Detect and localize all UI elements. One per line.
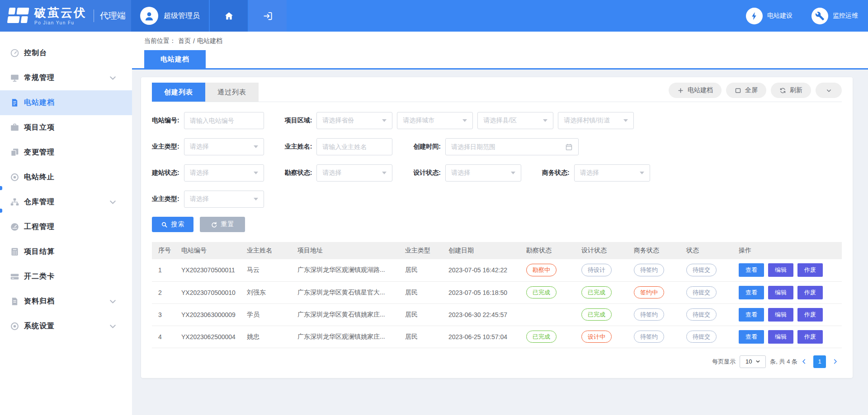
province-select[interactable]: 请选择省份 (316, 112, 392, 129)
station-archive-button[interactable]: 电站建档 (669, 83, 722, 98)
sidebar-item-station-archive[interactable]: 电站建档 (0, 90, 132, 115)
table-cell: 广东深圳龙华区黄石镇星官大... (293, 281, 401, 303)
status-cell: 已完成 (577, 281, 629, 303)
per-page-label: 每页显示 (712, 358, 736, 366)
tab-create-list[interactable]: 创建列表 (152, 83, 205, 102)
edit-row-button[interactable]: 编辑 (768, 308, 793, 322)
sidebar-item-label: 资料归档 (24, 297, 55, 306)
divider (94, 9, 94, 22)
actions-cell: 查看编辑作废 (734, 303, 842, 326)
prev-page-button[interactable] (800, 358, 808, 365)
void-row-button[interactable]: 作废 (797, 308, 823, 322)
business-status-select[interactable]: 请选择 (574, 164, 650, 182)
status-badge: 已完成 (526, 286, 557, 299)
sitemap-icon (10, 197, 19, 207)
owner-type2-select[interactable]: 请选择 (184, 191, 264, 208)
sidebar-item-general-mgmt[interactable]: 常规管理 (0, 65, 132, 90)
app-subtitle: Po Jian Yun Fu (34, 20, 87, 25)
view-row-button[interactable]: 查看 (739, 308, 764, 322)
toolbar-button-label: 刷新 (790, 86, 802, 94)
breadcrumb-home-link[interactable]: 首页 (178, 37, 191, 45)
fullscreen-button[interactable]: 全屏 (726, 83, 766, 98)
status-badge: 待签约 (634, 308, 664, 321)
select-placeholder: 请选择省份 (322, 117, 354, 125)
status-badge: 已完成 (526, 331, 557, 343)
create-time-input[interactable] (451, 143, 565, 150)
station-code-input[interactable] (184, 112, 264, 129)
view-row-button[interactable]: 查看 (739, 286, 764, 299)
search-button[interactable]: 搜索 (152, 217, 193, 232)
tab-passed-list[interactable]: 通过列表 (205, 83, 259, 102)
county-select[interactable]: 请选择县/区 (477, 112, 553, 129)
next-page-button[interactable] (831, 358, 839, 365)
design-status-select[interactable]: 请选择 (445, 164, 521, 182)
city-select[interactable]: 请选择城市 (397, 112, 473, 129)
owner-type-select[interactable]: 请选择 (184, 138, 264, 155)
sidebar-item-project-settlement[interactable]: 项目结算 (0, 239, 132, 264)
void-row-button[interactable]: 作废 (797, 263, 823, 277)
edit-row-button[interactable]: 编辑 (768, 286, 793, 299)
table-cell: 居民 (401, 326, 444, 348)
nav-station-build[interactable]: 电站建设 (746, 8, 793, 24)
top-header: 破茧云伏 Po Jian Yun Fu 代理端 超级管理员 电站建设监控运维 (0, 0, 868, 32)
wrench-icon (811, 8, 828, 24)
plus-icon (677, 87, 684, 94)
filter-row: 业主类型:请选择业主姓名:创建时间: (152, 138, 842, 155)
status-cell: 待签约 (629, 259, 682, 281)
copy-icon (10, 148, 19, 157)
sidebar-item-project-initiation[interactable]: 项目立项 (0, 115, 132, 140)
sidebar-item-change-mgmt[interactable]: 变更管理 (0, 140, 132, 165)
status-cell: 待签约 (629, 326, 682, 348)
nav-monitor-ops[interactable]: 监控运维 (811, 8, 858, 24)
reset-button[interactable]: 重置 (200, 217, 245, 232)
table-row: 1YX2023070500011马云广东深圳龙华区观澜镇观湖路...居民2023… (152, 259, 842, 281)
status-badge: 设计中 (581, 331, 612, 343)
sidebar-item-data-archive[interactable]: 资料归档 (0, 289, 132, 314)
stations-table: 序号电站编号业主姓名项目地址业主类型创建日期勘察状态设计状态商务状态状态操作 1… (152, 242, 842, 348)
owner-name-input[interactable] (322, 143, 387, 150)
table-row: 4YX2023062500004姚忠广东深圳龙华区观澜镇姚家庄...居民2023… (152, 326, 842, 348)
page-number[interactable]: 1 (813, 355, 826, 368)
view-row-button[interactable]: 查看 (739, 330, 764, 344)
build-status-select-group: 建站状态:请选择 (152, 164, 264, 182)
status-badge: 待签约 (634, 331, 664, 343)
sidebar-item-console[interactable]: 控制台 (0, 41, 132, 65)
page-tab-station-archive[interactable]: 电站建档 (144, 50, 206, 68)
table-cell: 广东深圳龙华区观澜镇观湖路... (293, 259, 401, 281)
build-status-select[interactable]: 请选择 (184, 164, 264, 182)
sidebar-item-warehouse-mgmt[interactable]: 仓库管理 (0, 190, 132, 214)
survey-status-select[interactable]: 请选择 (316, 164, 392, 182)
per-page-select[interactable]: 10 (740, 355, 766, 368)
sidebar-item-station-termination[interactable]: 电站终止 (0, 165, 132, 190)
sidebar-item-type2-card[interactable]: 开二类卡 (0, 264, 132, 289)
sidebar-item-label: 变更管理 (24, 148, 55, 157)
town-select[interactable]: 请选择村镇/街道 (558, 112, 634, 129)
status-cell: 待提交 (682, 303, 734, 326)
view-row-button[interactable]: 查看 (739, 263, 764, 277)
edit-row-button[interactable]: 编辑 (768, 330, 793, 344)
void-row-button[interactable]: 作废 (797, 330, 823, 344)
logout-button[interactable] (249, 0, 287, 32)
calculator-icon (10, 247, 19, 256)
chevron-down-icon (108, 197, 118, 207)
refresh-button[interactable]: 刷新 (771, 83, 811, 98)
collapse-button[interactable] (816, 83, 842, 98)
station-code-input[interactable] (190, 117, 258, 124)
select-placeholder: 请选择 (580, 169, 599, 177)
void-row-button[interactable]: 作废 (797, 286, 823, 299)
fullscreen-icon (735, 87, 741, 94)
chevron-down-icon (108, 322, 118, 331)
status-badge: 已完成 (581, 286, 612, 299)
sidebar-item-engineering-mgmt[interactable]: 工程管理 (0, 214, 132, 239)
edit-row-button[interactable]: 编辑 (768, 263, 793, 277)
business-status-select-group: 商务状态:请选择 (542, 164, 650, 182)
user-menu[interactable]: 超级管理员 (131, 0, 209, 32)
status-badge: 待提交 (686, 331, 717, 343)
owner-name-input[interactable] (316, 138, 392, 155)
actions-cell: 查看编辑作废 (734, 326, 842, 348)
sidebar-item-system-settings[interactable]: 系统设置 (0, 314, 132, 339)
create-time-input[interactable] (445, 138, 579, 155)
sidebar-item-label: 电站建档 (24, 98, 55, 107)
sidebar-item-label: 电站终止 (24, 173, 55, 182)
home-button[interactable] (210, 0, 248, 32)
